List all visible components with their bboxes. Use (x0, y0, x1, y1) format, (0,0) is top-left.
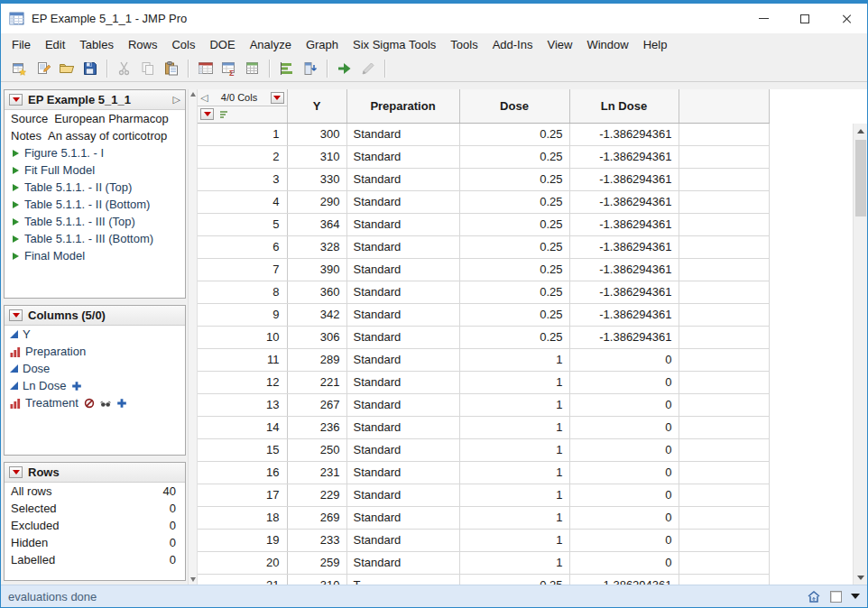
cell[interactable]: 300 (287, 123, 346, 145)
scroll-down-button[interactable] (854, 570, 868, 585)
menu-graph[interactable]: Graph (299, 34, 346, 55)
cell[interactable]: 1 (459, 461, 569, 484)
cell[interactable]: 229 (287, 484, 346, 506)
row-number[interactable]: 10 (198, 326, 287, 348)
cell[interactable]: 236 (287, 416, 346, 438)
script-item-table-5-1-1-iii-bottom[interactable]: Table 5.1.1. - III (Bottom) (5, 230, 185, 247)
minimize-button[interactable] (743, 4, 784, 33)
cell-empty[interactable] (679, 145, 769, 168)
menu-file[interactable]: File (5, 34, 38, 55)
cell[interactable]: 0 (569, 551, 679, 574)
cell-empty[interactable] (679, 123, 769, 145)
column-header-preparation[interactable]: Preparation (346, 89, 459, 123)
cell[interactable]: 0.25 (459, 281, 569, 303)
columns-panel-menu-button[interactable] (9, 309, 23, 321)
row-number[interactable]: 1 (198, 123, 287, 145)
menu-view[interactable]: View (540, 34, 579, 55)
summary-statistics-icon[interactable]: Σ (218, 58, 240, 79)
cell[interactable]: 250 (287, 438, 346, 461)
cell[interactable]: 364 (287, 213, 346, 235)
rows-menu-button[interactable] (200, 108, 214, 120)
cell[interactable]: Standard (346, 123, 459, 145)
menu-add-ins[interactable]: Add-Ins (485, 34, 540, 55)
script-item-table-5-1-1-iii-top[interactable]: Table 5.1.1. - III (Top) (5, 213, 185, 230)
column-header-empty[interactable] (679, 89, 769, 123)
cell[interactable]: 0 (569, 348, 679, 371)
cell[interactable]: 0.25 (459, 303, 569, 326)
cell[interactable]: 306 (287, 326, 346, 348)
row-number[interactable]: 18 (198, 506, 287, 529)
row-number[interactable]: 5 (198, 213, 287, 235)
cell[interactable]: 0 (569, 484, 679, 506)
column-header-ln-dose[interactable]: Ln Dose (569, 89, 679, 123)
cell[interactable]: Standard (346, 190, 459, 213)
menu-window[interactable]: Window (579, 34, 635, 55)
rows-stat-excluded[interactable]: Excluded0 (5, 517, 185, 534)
menu-rows[interactable]: Rows (121, 34, 165, 55)
paste-icon[interactable] (161, 58, 182, 79)
cell[interactable]: 289 (287, 348, 346, 371)
cell-empty[interactable] (679, 574, 769, 585)
cell[interactable]: -1.386294361 (569, 574, 679, 585)
cell[interactable]: Standard (346, 393, 459, 416)
row-number[interactable]: 8 (198, 281, 287, 303)
row-number[interactable]: 2 (198, 145, 287, 168)
cell[interactable]: 1 (459, 551, 569, 574)
cell[interactable]: 0 (569, 371, 679, 393)
cell[interactable]: -1.386294361 (569, 123, 679, 145)
table-menu-button[interactable] (9, 94, 23, 106)
cell[interactable]: 1 (459, 393, 569, 416)
sidebar-scroll-up-icon[interactable] (190, 92, 196, 97)
maximize-button[interactable] (784, 4, 826, 33)
cell[interactable]: 0.25 (459, 190, 569, 213)
jmp-table-icon[interactable] (9, 11, 25, 27)
cell[interactable]: -1.386294361 (569, 213, 679, 235)
cell[interactable]: -1.386294361 (569, 258, 679, 281)
cell[interactable]: 221 (287, 371, 346, 393)
save-file-icon[interactable] (79, 58, 101, 79)
home-window-icon[interactable] (807, 589, 821, 603)
source-property[interactable]: Source European Pharmacop (5, 110, 185, 127)
cell[interactable]: 290 (287, 190, 346, 213)
cell-empty[interactable] (679, 235, 769, 258)
row-number[interactable]: 11 (198, 348, 287, 371)
cell[interactable]: Standard (346, 371, 459, 393)
script-item-table-5-1-1-ii-bottom[interactable]: Table 5.1.1. - II (Bottom) (5, 196, 185, 213)
run-script-icon[interactable] (334, 58, 356, 79)
row-number[interactable]: 13 (198, 393, 287, 416)
cell[interactable]: 390 (287, 258, 346, 281)
rows-stat-all-rows[interactable]: All rows40 (5, 483, 185, 500)
row-number[interactable]: 17 (198, 484, 287, 506)
rows-stat-labelled[interactable]: Labelled0 (5, 551, 185, 568)
status-menu-icon[interactable] (851, 594, 860, 599)
script-item-final-model[interactable]: Final Model (5, 247, 185, 264)
open-file-icon[interactable] (56, 58, 78, 79)
cell[interactable]: 233 (287, 529, 346, 551)
cell[interactable]: Standard (346, 506, 459, 529)
cell-empty[interactable] (679, 258, 769, 281)
cell-empty[interactable] (679, 326, 769, 348)
cell-empty[interactable] (679, 529, 769, 551)
cell[interactable]: 360 (287, 281, 346, 303)
column-header-dose[interactable]: Dose (459, 89, 569, 123)
menu-tables[interactable]: Tables (72, 34, 121, 55)
cell[interactable]: 1 (459, 371, 569, 393)
cell[interactable]: Standard (346, 529, 459, 551)
cell[interactable]: Standard (346, 484, 459, 506)
cell-empty[interactable] (679, 506, 769, 529)
cell[interactable]: 1 (459, 438, 569, 461)
scrollbar-thumb[interactable] (855, 140, 866, 216)
cell[interactable]: 1 (459, 348, 569, 371)
cell[interactable]: 1 (459, 416, 569, 438)
column-info-icon[interactable] (300, 58, 321, 79)
cell[interactable]: 0.25 (459, 145, 569, 168)
menu-doe[interactable]: DOE (202, 34, 242, 55)
cell[interactable]: 259 (287, 551, 346, 574)
cell[interactable]: Standard (346, 416, 459, 438)
collapse-columns-icon[interactable]: ◁ (200, 92, 208, 104)
cell[interactable]: Standard (346, 551, 459, 574)
cell-empty[interactable] (679, 551, 769, 574)
row-number[interactable]: 15 (198, 438, 287, 461)
vertical-scrollbar[interactable] (853, 124, 867, 585)
row-number[interactable]: 14 (198, 416, 287, 438)
